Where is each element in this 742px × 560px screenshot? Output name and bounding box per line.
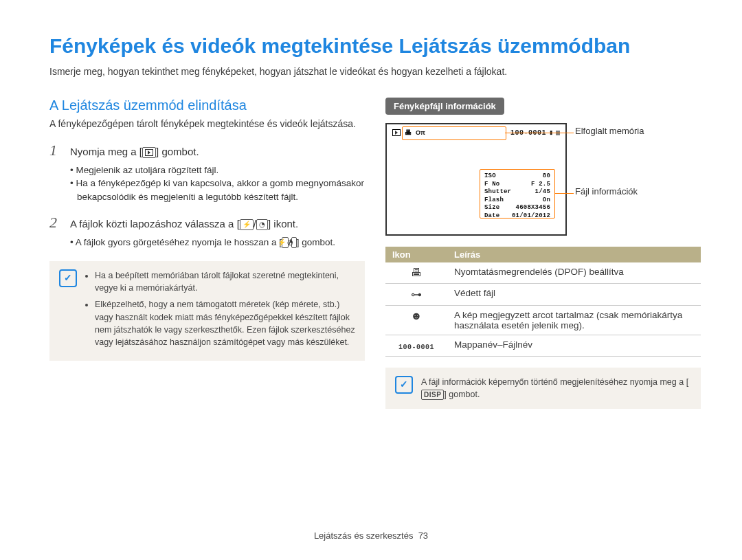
print-icon: 🖶	[411, 267, 422, 278]
disp-button-icon: DISP	[421, 390, 444, 400]
table-row: 🖶 Nyomtatásmegrendelés (DPOF) beállítva	[385, 262, 701, 284]
table-cell-desc: Nyomtatásmegrendelés (DPOF) beállítva	[447, 262, 701, 284]
highlight-info-panel: ISO80 F NoF 2.5 Shutter1/45 FlashOn Size…	[480, 169, 555, 219]
page-title: Fényképek és videók megtekintése Lejátsz…	[49, 34, 701, 58]
callout-line	[555, 193, 574, 194]
page-footer: Lejátszás és szerkesztés 73	[0, 530, 742, 541]
table-row: ☻ A kép megjegyzett arcot tartalmaz (csa…	[385, 306, 701, 335]
step-number: 2	[49, 214, 63, 232]
highlight-top	[402, 126, 506, 140]
note-item: Elképzelhető, hogy a nem támogatott mére…	[95, 298, 355, 348]
note-box: ✓ A fájl információk képernyőn történő m…	[385, 368, 701, 409]
table-cell-desc: Mappanév–Fájlnév	[447, 335, 701, 357]
note-icon: ✓	[59, 269, 77, 287]
camera-screen-preview: 🖶 Oπ 100-0001▮▥ ISO80 F NoF 2.5 Shutter1…	[385, 123, 567, 236]
note-icon: ✓	[395, 376, 413, 394]
step-2-post: ] ikont.	[268, 218, 298, 229]
table-row: 100-0001 Mappanév–Fájlnév	[385, 335, 701, 357]
timer-icon: ◔	[256, 219, 268, 230]
section-paragraph: A fényképezőgépen tárolt fényképek megte…	[49, 117, 365, 131]
table-cell-desc: Védett fájl	[447, 284, 701, 306]
section-heading: A Lejátszás üzemmód elindítása	[49, 98, 365, 113]
table-cell-desc: A kép megjegyzett arcot tartalmaz (csak …	[447, 306, 701, 335]
intro-text: Ismerje meg, hogyan tekinthet meg fényké…	[49, 66, 701, 77]
info-pill: Fényképfájl információk	[385, 98, 504, 115]
step-1-sub-1: • Megjelenik az utoljára rögzített fájl.	[70, 164, 365, 177]
step-1-text: Nyomja meg a [] gombot.	[70, 146, 199, 158]
table-header-desc: Leírás	[447, 247, 701, 262]
step-2-pre: A fájlok közti lapozáshoz válassza a [	[70, 218, 240, 229]
folder-file-code: 100-0001	[398, 344, 434, 351]
step-2-sub: • A fájlok gyors görgetéséhez nyomja le …	[70, 236, 365, 249]
step-1-pre: Nyomja meg a [	[70, 146, 142, 157]
table-row: ⊶ Védett fájl	[385, 284, 701, 306]
note-text: A fájl információk képernyőn történő meg…	[421, 376, 691, 401]
step-1-post: ] gombot.	[156, 146, 199, 157]
callout-line	[505, 133, 574, 133]
table-header-icon: Ikon	[385, 247, 447, 262]
step-1-sub-2: • Ha a fényképezőgép ki van kapcsolva, a…	[70, 177, 365, 203]
note-box: ✓ Ha a beépített memóriában tárolt fájlo…	[49, 261, 365, 361]
face-tag-icon: ☻	[411, 310, 423, 322]
step-number: 1	[49, 142, 63, 159]
step-2-text: A fájlok közti lapozáshoz válassza a [⚡/…	[70, 218, 298, 230]
icon-description-table: Ikon Leírás 🖶 Nyomtatásmegrendelés (DPOF…	[385, 247, 701, 357]
callout-label-fileinfo: Fájl információk	[575, 186, 638, 197]
timer-icon: ◔	[291, 237, 297, 248]
note-item: Ha a beépített memóriában tárolt fájloka…	[95, 269, 355, 294]
playback-button-icon	[142, 147, 156, 158]
protected-key-icon: ⊶	[411, 289, 422, 300]
flash-icon: ⚡	[240, 219, 254, 230]
callout-label-memory: Elfoglalt memória	[575, 126, 644, 136]
